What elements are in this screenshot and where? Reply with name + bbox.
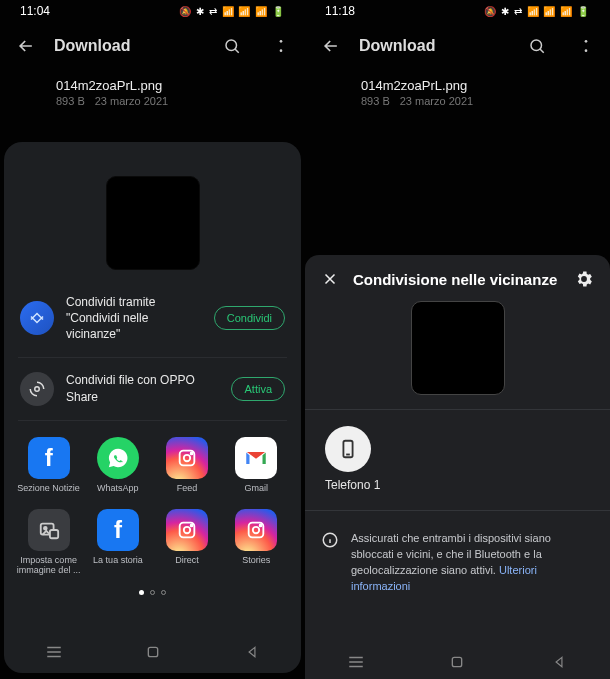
status-icons: 🔕 ✱ ⇄ 📶 📶 📶 🔋 — [179, 6, 285, 17]
instagram-icon — [166, 437, 208, 479]
file-name: 014m2zoaPrL.png — [361, 78, 594, 93]
page-header: Download — [0, 22, 305, 70]
nearby-share-icon — [20, 301, 54, 335]
device-target[interactable]: Telefono 1 — [305, 418, 610, 502]
facebook-icon: f — [28, 437, 70, 479]
status-time: 11:18 — [325, 4, 355, 18]
info-icon — [321, 531, 339, 549]
more-icon[interactable] — [273, 38, 289, 54]
svg-point-8 — [44, 527, 47, 530]
oppo-share-button[interactable]: Attiva — [231, 377, 285, 401]
page-title: Download — [54, 37, 205, 55]
status-bar: 11:04 🔕 ✱ ⇄ 📶 📶 📶 🔋 — [0, 0, 305, 22]
file-date: 23 marzo 2021 — [95, 95, 168, 107]
more-icon[interactable] — [578, 38, 594, 54]
file-name: 014m2zoaPrL.png — [56, 78, 289, 93]
divider — [305, 510, 610, 511]
instagram-icon — [235, 509, 277, 551]
page-indicator — [4, 582, 301, 601]
svg-point-12 — [191, 525, 193, 527]
share-sheet: Condividi tramite "Condividi nelle vicin… — [4, 142, 301, 673]
phone-icon — [325, 426, 371, 472]
svg-point-18 — [585, 40, 588, 43]
info-message: Assicurati che entrambi i dispositivi si… — [305, 519, 610, 613]
page-title: Download — [359, 37, 510, 55]
svg-rect-9 — [50, 530, 58, 538]
screen-left: 11:04 🔕 ✱ ⇄ 📶 📶 📶 🔋 Download 014m2zoaPrL… — [0, 0, 305, 679]
dot-inactive — [150, 590, 155, 595]
nav-back-icon[interactable] — [550, 653, 568, 671]
nav-recent-icon[interactable] — [45, 643, 63, 661]
nearby-share-button[interactable]: Condividi — [214, 306, 285, 330]
svg-rect-22 — [453, 657, 462, 666]
set-image-icon — [28, 509, 70, 551]
whatsapp-icon — [97, 437, 139, 479]
oppo-share-text: Condividi file con OPPO Share — [66, 372, 219, 404]
page-header: Download — [305, 22, 610, 70]
svg-point-0 — [226, 40, 237, 51]
file-row[interactable]: 014m2zoaPrL.png 893 B 23 marzo 2021 — [305, 70, 610, 115]
svg-point-5 — [184, 454, 190, 460]
file-preview — [106, 176, 200, 270]
app-instagram-stories[interactable]: Stories — [222, 503, 291, 582]
share-app-grid: f Sezione Notizie WhatsApp Feed Gmail — [4, 425, 301, 583]
app-instagram-direct[interactable]: Direct — [153, 503, 222, 582]
gear-icon[interactable] — [574, 269, 594, 289]
nav-recent-icon[interactable] — [347, 653, 365, 671]
app-facebook-news[interactable]: f Sezione Notizie — [14, 431, 83, 500]
nearby-share-panel: Condivisione nelle vicinanze Telefono 1 … — [305, 255, 610, 679]
dot-inactive — [161, 590, 166, 595]
search-icon[interactable] — [528, 37, 546, 55]
oppo-share-icon — [20, 372, 54, 406]
file-size: 893 B — [361, 95, 390, 107]
app-whatsapp[interactable]: WhatsApp — [83, 431, 152, 500]
status-icons: 🔕 ✱ ⇄ 📶 📶 📶 🔋 — [484, 6, 590, 17]
app-facebook-story[interactable]: f La tua storia — [83, 503, 152, 582]
nav-home-icon[interactable] — [144, 643, 162, 661]
instagram-icon — [166, 509, 208, 551]
navigation-bar — [305, 645, 610, 679]
panel-title: Condivisione nelle vicinanze — [353, 271, 560, 288]
facebook-icon: f — [97, 509, 139, 551]
search-icon[interactable] — [223, 37, 241, 55]
svg-point-3 — [35, 386, 40, 391]
nav-home-icon[interactable] — [448, 653, 466, 671]
divider — [18, 357, 287, 358]
app-instagram-feed[interactable]: Feed — [153, 431, 222, 500]
close-icon[interactable] — [321, 270, 339, 288]
back-icon[interactable] — [16, 36, 36, 56]
app-set-as-image[interactable]: Imposta come immagine del ... — [14, 503, 83, 582]
back-icon[interactable] — [321, 36, 341, 56]
app-gmail[interactable]: Gmail — [222, 431, 291, 500]
divider — [18, 420, 287, 421]
nav-back-icon[interactable] — [243, 643, 261, 661]
navigation-bar — [4, 635, 301, 669]
svg-point-1 — [280, 40, 283, 43]
nearby-share-text: Condividi tramite "Condividi nelle vicin… — [66, 294, 202, 343]
svg-point-11 — [184, 527, 190, 533]
svg-rect-16 — [148, 647, 157, 656]
gmail-icon — [235, 437, 277, 479]
status-bar: 11:18 🔕 ✱ ⇄ 📶 📶 📶 🔋 — [305, 0, 610, 22]
nearby-share-row[interactable]: Condividi tramite "Condividi nelle vicin… — [4, 284, 301, 353]
dot-active — [139, 590, 144, 595]
file-preview — [411, 301, 505, 395]
file-date: 23 marzo 2021 — [400, 95, 473, 107]
status-time: 11:04 — [20, 4, 50, 18]
file-size: 893 B — [56, 95, 85, 107]
svg-point-15 — [260, 525, 262, 527]
device-label: Telefono 1 — [325, 478, 380, 492]
svg-point-6 — [191, 452, 193, 454]
svg-point-14 — [253, 527, 259, 533]
divider — [305, 409, 610, 410]
file-row[interactable]: 014m2zoaPrL.png 893 B 23 marzo 2021 — [0, 70, 305, 115]
oppo-share-row[interactable]: Condividi file con OPPO Share Attiva — [4, 362, 301, 416]
screen-right: 11:18 🔕 ✱ ⇄ 📶 📶 📶 🔋 Download 014m2zoaPrL… — [305, 0, 610, 679]
svg-point-17 — [531, 40, 542, 51]
svg-point-2 — [280, 49, 283, 52]
svg-point-19 — [585, 49, 588, 52]
